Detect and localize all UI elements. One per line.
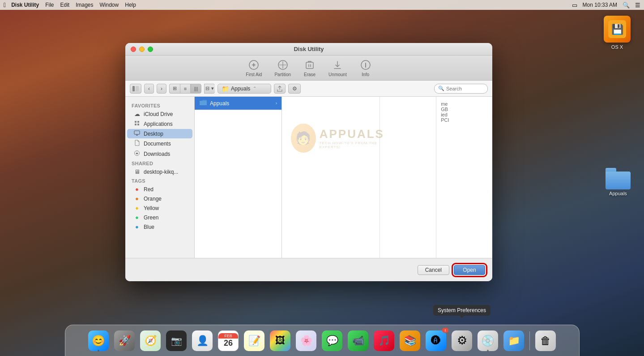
sidebar-tag-red[interactable]: ● Red	[127, 184, 192, 194]
tags-header: Tags	[125, 176, 194, 184]
list-view-button[interactable]: ≡	[180, 84, 191, 94]
dock-photos3[interactable]: 🌸	[294, 329, 318, 352]
dock-messages[interactable]: 💬	[320, 329, 344, 352]
menubar:  Disk Utility File Edit Images Window H…	[0, 0, 644, 10]
sidebar: Favorites ☁ iCloud Drive Applications De…	[125, 97, 195, 258]
file-item-appuals[interactable]: Appuals ›	[195, 97, 281, 110]
dock-launchpad[interactable]: 🚀	[113, 329, 136, 352]
dock-separator	[529, 331, 530, 350]
trash-icon: 🗑	[535, 330, 556, 351]
svg-rect-8	[134, 131, 140, 134]
back-button[interactable]: ‹	[144, 84, 154, 94]
unmount-label: Unmount	[328, 72, 347, 77]
sidebar-item-icloud[interactable]: ☁ iCloud Drive	[127, 109, 192, 119]
osx-desktop-icon[interactable]: 💾 OS X	[604, 16, 631, 50]
safari-icon: 🧭	[140, 330, 161, 351]
dock-facetime[interactable]: 📹	[346, 329, 370, 352]
dock: 😊 🚀 🧭 📷 👤 FEB 26 📝	[65, 325, 580, 356]
icloud-icon: ☁	[133, 111, 141, 117]
dock-diskutil[interactable]: 💿	[476, 329, 499, 352]
appuals-watermark: 🧑 APPUALS TECH HOW-TO'S FROM THE EXPERTS…	[291, 124, 388, 153]
dock-safari[interactable]: 🧭	[139, 329, 162, 352]
appuals-brand-text: APPUALS	[320, 127, 389, 141]
sidebar-tag-orange[interactable]: ● Orange	[127, 194, 192, 203]
dock-trash[interactable]: 🗑	[534, 329, 557, 352]
partition-button[interactable]: Partition	[274, 59, 291, 77]
menu-window[interactable]: Window	[100, 2, 119, 8]
dock-calendar[interactable]: FEB 26	[217, 329, 240, 352]
sidebar-tag-orange-label: Orange	[144, 196, 162, 202]
sidebar-tag-blue[interactable]: ● Blue	[127, 222, 192, 232]
contacts-icon: 👤	[192, 330, 213, 351]
sidebar-item-shared[interactable]: 🖥 desktop-kikq...	[127, 167, 192, 176]
info-icon	[359, 59, 372, 71]
calendar-icon: FEB 26	[218, 330, 239, 351]
maximize-button[interactable]	[148, 47, 153, 52]
finder-icon: 😊	[88, 330, 109, 351]
sidebar-tag-blue-label: Blue	[144, 224, 154, 230]
share-button[interactable]	[274, 84, 286, 94]
apple-menu[interactable]: 	[4, 1, 6, 9]
photos3-icon: 🌸	[296, 330, 316, 351]
sidebar-tag-green[interactable]: ● Green	[127, 213, 192, 222]
appstore-icon: 🅐	[426, 330, 446, 351]
folder1-icon: 📁	[503, 330, 524, 351]
folder-location[interactable]: 📁 Appuals ⌃	[218, 84, 271, 94]
orange-tag-icon: ●	[133, 195, 141, 202]
sidebar-shared-label: desktop-kikq...	[144, 169, 178, 175]
dock-photos2[interactable]: 🖼	[269, 329, 292, 352]
sidebar-tag-yellow-label: Yellow	[144, 205, 159, 211]
menu-edit[interactable]: Edit	[60, 2, 69, 8]
dock-contacts[interactable]: 👤	[191, 329, 214, 352]
sidebar-tag-green-label: Green	[144, 214, 158, 221]
menu-images[interactable]: Images	[76, 2, 93, 8]
first-aid-button[interactable]: First Aid	[246, 59, 262, 77]
sidebar-downloads-label: Downloads	[144, 151, 170, 157]
dock-folder1[interactable]: 📁	[502, 329, 525, 352]
minimize-button[interactable]	[139, 47, 145, 52]
diskutil-icon: 💿	[478, 330, 498, 351]
icon-view-button[interactable]: ⊞	[169, 84, 180, 94]
dock-photos-app4[interactable]: 📷	[165, 329, 188, 352]
menu-help[interactable]: Help	[125, 2, 136, 8]
dialog-title: Disk Utility	[294, 46, 324, 52]
menu-file[interactable]: File	[45, 2, 54, 8]
sidebar-item-downloads[interactable]: Downloads	[127, 149, 192, 159]
search-box[interactable]: 🔍	[434, 84, 488, 94]
unmount-button[interactable]: Unmount	[328, 59, 347, 77]
close-button[interactable]	[131, 47, 136, 52]
content-pane-2	[380, 97, 436, 258]
first-aid-icon	[247, 59, 260, 71]
arrange-button[interactable]: ⊟ ▾	[204, 84, 215, 94]
cancel-button[interactable]: Cancel	[418, 265, 449, 275]
open-button[interactable]: Open	[454, 265, 485, 275]
info-button[interactable]: Info	[359, 59, 372, 77]
action-button[interactable]: ⚙	[288, 84, 301, 94]
search-menubar-icon[interactable]: 🔍	[623, 2, 630, 9]
column-view-button[interactable]: |||	[191, 84, 201, 94]
menu-disk-utility[interactable]: Disk Utility	[11, 2, 39, 8]
downloads-icon	[133, 150, 141, 158]
display-icon[interactable]: ▭	[572, 2, 577, 9]
notification-icon[interactable]: ☰	[635, 2, 640, 9]
sidebar-toggle-button[interactable]	[130, 84, 141, 94]
dock-notes[interactable]: 📝	[243, 329, 266, 352]
dock-appstore[interactable]: 🅐 1	[424, 329, 448, 352]
search-input[interactable]	[446, 86, 482, 91]
launchpad-icon: 🚀	[114, 330, 135, 351]
appuals-desktop-folder[interactable]: Appuals	[606, 168, 631, 196]
sysprefs-tooltip: System Preferences	[433, 305, 490, 316]
forward-button[interactable]: ›	[157, 84, 166, 94]
sidebar-tag-yellow[interactable]: ● Yellow	[127, 203, 192, 213]
osx-icon-label: OS X	[611, 44, 623, 50]
dock-finder[interactable]: 😊	[87, 329, 110, 352]
dock-sysprefs[interactable]: ⚙ System Preferences	[450, 329, 473, 352]
yellow-tag-icon: ●	[133, 205, 141, 211]
sidebar-item-documents[interactable]: Documents	[127, 138, 192, 149]
dock-ibooks[interactable]: 📚	[398, 329, 422, 352]
dock-music[interactable]: 🎵	[372, 329, 396, 352]
sidebar-item-applications[interactable]: Applications	[127, 119, 192, 129]
erase-button[interactable]: Erase	[303, 59, 316, 77]
sidebar-item-desktop[interactable]: Desktop	[127, 129, 192, 138]
file-content: Favorites ☁ iCloud Drive Applications De…	[125, 97, 492, 258]
